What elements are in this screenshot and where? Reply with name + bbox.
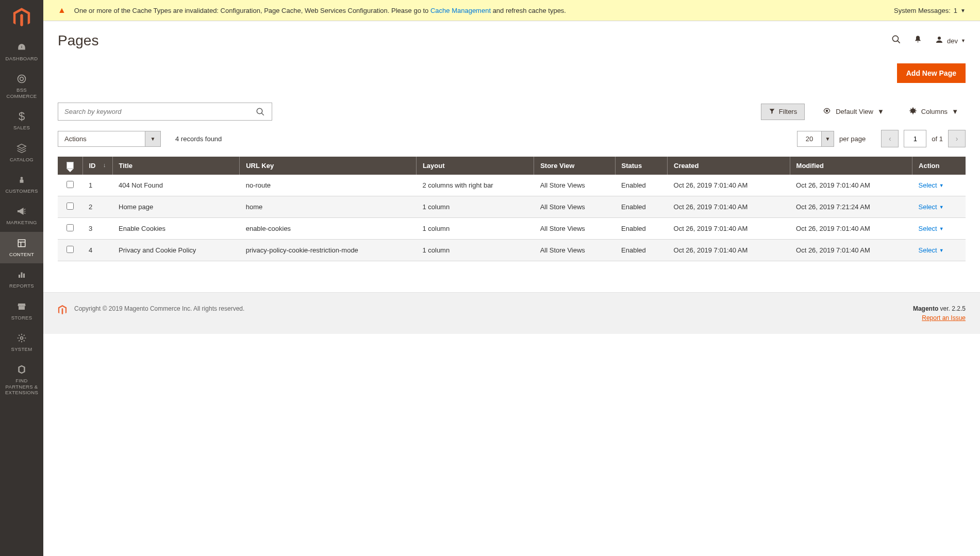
cell-store-view: All Store Views — [534, 240, 615, 261]
nav-label: CATALOG — [10, 157, 34, 162]
select-action[interactable]: Select ▼ — [919, 181, 944, 189]
notifications-icon[interactable] — [913, 35, 922, 47]
nav-label: SYSTEM — [11, 346, 32, 352]
svg-line-13 — [261, 113, 264, 115]
th-title[interactable]: Title — [112, 157, 240, 175]
records-found: 4 records found — [175, 135, 222, 143]
page-input[interactable] — [904, 130, 926, 147]
sidebar: DASHBOARDBSS COMMERCE$SALESCATALOGCUSTOM… — [0, 0, 43, 556]
search-input[interactable] — [58, 103, 249, 120]
chevron-down-icon: ▼ — [939, 226, 944, 231]
system-icon — [16, 332, 27, 344]
cell-modified: Oct 26, 2019 7:21:24 AM — [790, 196, 912, 218]
page-header: Pages dev ▼ — [43, 21, 980, 49]
nav-item-marketing[interactable]: MARKETING — [0, 200, 43, 231]
nav-label: REPORTS — [9, 283, 34, 289]
row-checkbox[interactable] — [67, 224, 74, 231]
master-checkbox[interactable] — [67, 162, 74, 169]
th-id[interactable]: ID↓ — [82, 157, 112, 175]
svg-line-10 — [898, 41, 900, 43]
cell-layout: 1 column — [416, 240, 534, 261]
nav-item-customers[interactable]: CUSTOMERS — [0, 169, 43, 200]
nav-item-content[interactable]: CONTENT — [0, 232, 43, 263]
th-layout[interactable]: Layout — [416, 157, 534, 175]
sort-down-icon: ↓ — [103, 162, 106, 168]
th-store-view[interactable]: Store View — [534, 157, 615, 175]
chevron-down-icon: ▼ — [822, 131, 834, 147]
row-checkbox[interactable] — [67, 246, 74, 253]
footer-right: Magento ver. 2.2.5 Report an Issue — [913, 305, 966, 322]
chevron-down-icon: ▼ — [939, 183, 944, 188]
user-menu[interactable]: dev ▼ — [935, 35, 966, 47]
select-action[interactable]: Select ▼ — [919, 246, 944, 254]
cell-id: 3 — [82, 218, 112, 240]
chevron-down-icon: ▼ — [877, 108, 884, 115]
catalog-icon — [16, 142, 27, 155]
cell-created: Oct 26, 2019 7:01:40 AM — [668, 175, 790, 196]
next-page-button[interactable]: › — [948, 130, 966, 147]
th-created[interactable]: Created — [668, 157, 790, 175]
nav-item-reports[interactable]: REPORTS — [0, 263, 43, 295]
search-submit-icon[interactable] — [249, 103, 272, 120]
add-new-page-button[interactable]: Add New Page — [897, 63, 966, 83]
columns-dropdown[interactable]: Columns ▼ — [902, 107, 966, 117]
nav-item-system[interactable]: SYSTEM — [0, 327, 43, 358]
row-checkbox[interactable] — [67, 203, 74, 210]
magento-logo[interactable] — [0, 0, 43, 36]
th-status[interactable]: Status — [615, 157, 668, 175]
svg-point-11 — [938, 37, 941, 40]
nav-item-catalog[interactable]: CATALOG — [0, 137, 43, 169]
page-of: of 1 — [932, 135, 943, 143]
th-checkbox[interactable] — [58, 157, 82, 175]
cell-title: 404 Not Found — [112, 175, 240, 196]
cell-url-key: privacy-policy-cookie-restriction-mode — [240, 240, 417, 261]
chevron-down-icon: ▼ — [960, 8, 966, 13]
cell-created: Oct 26, 2019 7:01:40 AM — [668, 240, 790, 261]
reports-icon — [16, 268, 27, 281]
nav-label: STORES — [11, 315, 32, 321]
actions-dropdown[interactable]: Actions ▼ — [58, 131, 161, 147]
cell-title: Privacy and Cookie Policy — [112, 240, 240, 261]
cell-modified: Oct 26, 2019 7:01:40 AM — [790, 218, 912, 240]
cell-action: Select ▼ — [912, 175, 966, 196]
bss-icon — [16, 73, 27, 85]
marketing-icon — [16, 205, 27, 217]
select-action[interactable]: Select ▼ — [919, 203, 944, 211]
system-messages-counter[interactable]: System Messages: 1 ▼ — [894, 7, 966, 14]
nav-item-stores[interactable]: STORES — [0, 295, 43, 327]
main-content: ▲ One or more of the Cache Types are inv… — [43, 0, 980, 556]
report-issue-link[interactable]: Report an Issue — [913, 314, 966, 322]
nav-item-sales[interactable]: $SALES — [0, 105, 43, 137]
action-bar: Add New Page — [43, 49, 980, 83]
pagination: 20 ▼ per page ‹ of 1 › — [797, 130, 966, 147]
search-icon[interactable] — [891, 35, 901, 47]
chevron-down-icon: ▼ — [145, 131, 161, 147]
cache-management-link[interactable]: Cache Management — [430, 7, 491, 14]
cell-store-view: All Store Views — [534, 175, 615, 196]
th-modified[interactable]: Modified — [790, 157, 912, 175]
select-action[interactable]: Select ▼ — [919, 225, 944, 232]
default-view-dropdown[interactable]: Default View ▼ — [815, 107, 891, 116]
cell-title: Enable Cookies — [112, 218, 240, 240]
table-row: 2Home pagehome1 columnAll Store ViewsEna… — [58, 196, 966, 218]
nav-item-dashboard[interactable]: DASHBOARD — [0, 36, 43, 68]
svg-point-9 — [892, 36, 898, 41]
per-page-dropdown[interactable]: 20 ▼ — [797, 131, 834, 147]
copyright: Copyright © 2019 Magento Commerce Inc. A… — [74, 305, 913, 312]
cell-action: Select ▼ — [912, 240, 966, 261]
cell-status: Enabled — [615, 196, 668, 218]
nav-item-partners[interactable]: FIND PARTNERS & EXTENSIONS — [0, 358, 43, 401]
prev-page-button[interactable]: ‹ — [881, 130, 899, 147]
filters-button[interactable]: Filters — [761, 104, 805, 120]
table-row: 4Privacy and Cookie Policyprivacy-policy… — [58, 240, 966, 261]
cell-action: Select ▼ — [912, 196, 966, 218]
chevron-down-icon: ▼ — [939, 205, 944, 210]
cell-created: Oct 26, 2019 7:01:40 AM — [668, 218, 790, 240]
th-url-key[interactable]: URL Key — [240, 157, 417, 175]
cell-modified: Oct 26, 2019 7:01:40 AM — [790, 240, 912, 261]
cell-status: Enabled — [615, 218, 668, 240]
funnel-icon — [769, 108, 775, 116]
nav-item-bss[interactable]: BSS COMMERCE — [0, 68, 43, 105]
row-checkbox[interactable] — [67, 181, 74, 188]
cell-status: Enabled — [615, 175, 668, 196]
